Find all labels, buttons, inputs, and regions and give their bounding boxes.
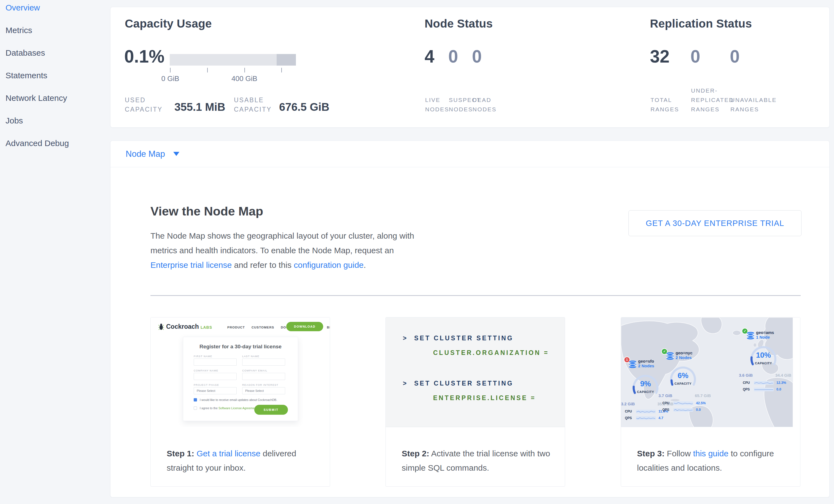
- section-divider: [150, 295, 801, 296]
- field-label: PROJECT PHASE: [194, 383, 219, 386]
- unavailable-ranges-value: 0: [730, 46, 740, 67]
- step-1-caption: Step 1: Get a trial license delivered st…: [167, 446, 318, 475]
- field-label: REASON FOR INTEREST: [242, 383, 278, 386]
- axis-label-0: 0 GiB: [152, 74, 188, 83]
- qps-sparkline: [636, 416, 656, 420]
- sidebar-item-databases[interactable]: Databases: [5, 47, 110, 70]
- capacity-usage-title: Capacity Usage: [125, 17, 212, 30]
- nav-item: PRODUCT: [227, 326, 245, 329]
- capacity-percent: 10%: [743, 351, 784, 359]
- get-enterprise-trial-button[interactable]: GET A 30-DAY ENTERPRISE TRIAL: [629, 210, 802, 236]
- cpu-sparkline: [673, 401, 693, 405]
- axis-tick: [281, 68, 282, 72]
- node-map-description: The Node Map shows the geographical layo…: [150, 228, 419, 272]
- sql-command: SET CLUSTER SETTING: [414, 380, 513, 387]
- cockroach-bug-icon: [158, 323, 164, 330]
- total-ranges-value: 32: [650, 46, 670, 67]
- field-label: LAST NAME: [242, 355, 260, 358]
- form-title: Register for a 30-day trial license: [183, 344, 298, 350]
- email-updates-checkbox: I would like to receive email updates ab…: [194, 398, 293, 401]
- download-button: DOWNLOAD: [286, 322, 323, 331]
- node-map-selector[interactable]: Node Map: [110, 141, 829, 167]
- sidebar-item-metrics[interactable]: Metrics: [5, 25, 110, 47]
- field-label: FIRST NAME: [194, 355, 212, 358]
- sql-prompt: >: [403, 334, 408, 342]
- cpu-sparkline: [636, 410, 656, 413]
- description-text: and refer to this: [232, 260, 294, 269]
- unavailable-ranges-label: UNAVAILABLE RANGES: [730, 95, 780, 114]
- view-node-map-heading: View the Node Map: [150, 204, 263, 219]
- description-text: The Node Map shows the geographical layo…: [150, 231, 414, 255]
- cpu-value: 42.5%: [696, 401, 706, 405]
- sidebar-nav: Overview Metrics Databases Statements Ne…: [0, 0, 110, 504]
- total-gib: 34.4 GiB: [775, 373, 791, 377]
- qps-label: QPS: [662, 408, 673, 412]
- qps-value: 0.0: [696, 408, 701, 412]
- capacity-bar: [170, 54, 296, 66]
- cpu-value: 12.3%: [776, 381, 786, 385]
- replication-status-title: Replication Status: [650, 17, 752, 30]
- sidebar-item-advanced-debug[interactable]: Advanced Debug: [5, 138, 110, 160]
- capacity-label: CAPACITY: [662, 382, 704, 385]
- sidebar-item-overview[interactable]: Overview: [5, 2, 110, 25]
- capacity-gauge: 10% CAPACITY: [743, 343, 784, 373]
- cpu-sparkline: [754, 381, 774, 385]
- step-2-card: > SET CLUSTER SETTING CLUSTER.ORGANIZATI…: [386, 317, 565, 487]
- cpu-label: CPU: [625, 410, 636, 413]
- checkbox-checked-icon: [194, 398, 197, 401]
- submit-button: SUBMIT: [254, 405, 288, 415]
- dead-nodes-value: 0: [472, 46, 482, 67]
- trial-registration-screenshot: Cockroach LABS PRODUCT CUSTOMERS DOCS RE…: [151, 317, 330, 427]
- capacity-percent: 9%: [625, 380, 666, 388]
- brand-suffix: LABS: [201, 325, 212, 330]
- usable-capacity-value: 676.5 GiB: [279, 101, 329, 113]
- field-label: COMPANY NAME: [194, 369, 218, 372]
- cluster-name: geo=sfo: [638, 359, 654, 364]
- company-name-input: [194, 373, 237, 380]
- description-text: .: [364, 260, 366, 269]
- nav-item: BLOG: [327, 326, 330, 329]
- live-nodes-value: 4: [424, 46, 435, 67]
- cockroach-labs-logo: Cockroach LABS: [158, 323, 212, 330]
- used-gib: 3.6 GiB: [739, 373, 753, 377]
- node-map-card: Node Map View the Node Map The Node Map …: [110, 140, 830, 497]
- axis-label-400: 400 GiB: [226, 74, 263, 83]
- qps-value: 4.7: [658, 416, 663, 420]
- sidebar-item-network-latency[interactable]: Network Latency: [5, 93, 110, 115]
- cluster-node-count: 1 Node: [756, 335, 774, 339]
- chevron-down-icon: [173, 152, 179, 156]
- trial-registration-form: Register for a 30-day trial license FIRS…: [183, 337, 298, 421]
- database-stack-icon: [628, 360, 637, 369]
- step-label: Step 1:: [167, 449, 194, 458]
- sidebar-item-jobs[interactable]: Jobs: [5, 115, 110, 138]
- software-license-link: Software License Agreement: [219, 407, 257, 410]
- project-phase-select: Please Select: [194, 387, 237, 394]
- database-stack-icon: [666, 352, 675, 360]
- cluster-node-count: 2 Nodes: [638, 364, 654, 368]
- sql-argument: ENTERPRISE.LICENSE =: [433, 394, 536, 402]
- configuration-guide-link[interactable]: configuration guide: [294, 260, 364, 269]
- capacity-gauge: 6% CAPACITY: [662, 363, 704, 393]
- step-1-card: Cockroach LABS PRODUCT CUSTOMERS DOCS RE…: [150, 317, 330, 487]
- cluster-name: geo=nyc: [676, 351, 693, 355]
- suspect-nodes-label: SUSPECT NODES: [449, 95, 470, 114]
- node-map-preview: 1 geo=sfo 2 Nodes 9%: [621, 317, 800, 427]
- cpu-label: CPU: [662, 401, 673, 405]
- enterprise-trial-license-link[interactable]: Enterprise trial license: [150, 260, 232, 269]
- step-label: Step 2:: [402, 449, 429, 458]
- brand-name: Cockroach: [166, 323, 199, 330]
- under-replicated-ranges-value: 0: [690, 46, 700, 67]
- sql-prompt: >: [403, 380, 408, 387]
- node-status-title: Node Status: [424, 17, 492, 30]
- get-trial-license-link[interactable]: Get a trial license: [196, 449, 260, 458]
- axis-tick: [170, 68, 171, 72]
- checkbox-label: I would like to receive email updates ab…: [200, 398, 277, 401]
- sidebar-item-statements[interactable]: Statements: [5, 70, 110, 93]
- cpu-label: CPU: [743, 381, 754, 385]
- this-guide-link[interactable]: this guide: [693, 449, 728, 458]
- last-name-input: [242, 358, 285, 366]
- step-3-caption: Step 3: Follow this guide to configure l…: [637, 446, 788, 475]
- cluster-summary-card: Capacity Usage 0.1% 0 GiB 400 GiB USED C…: [110, 7, 830, 128]
- sql-commands-panel: > SET CLUSTER SETTING CLUSTER.ORGANIZATI…: [386, 317, 565, 427]
- capacity-percent: 0.1%: [124, 46, 164, 67]
